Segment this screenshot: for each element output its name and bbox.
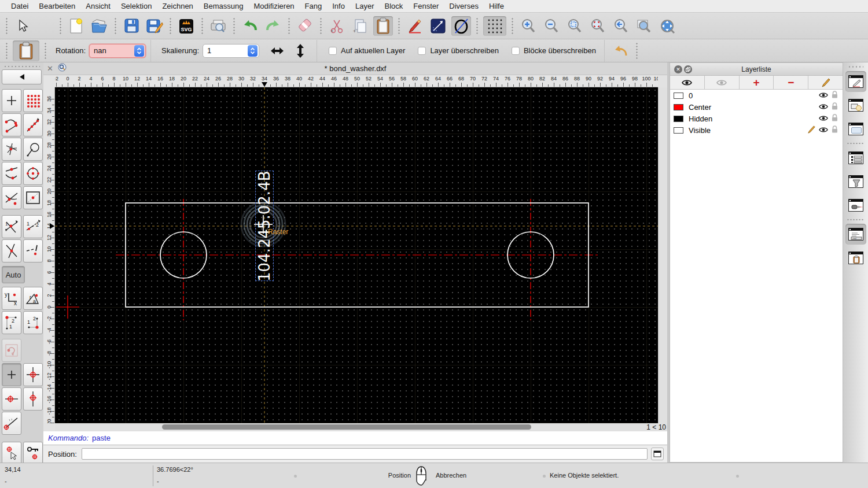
- svg-export-icon[interactable]: SVG: [176, 16, 196, 36]
- set-relative-zero-icon[interactable]: [2, 442, 21, 465]
- toolbar-handle[interactable]: [59, 17, 62, 35]
- snap-exclusive-icon[interactable]: [23, 239, 43, 263]
- snap-grid-icon[interactable]: [23, 89, 43, 112]
- checkbox-box[interactable]: [512, 47, 520, 55]
- layer-lock-icon[interactable]: [832, 102, 838, 112]
- snap-middle-icon[interactable]: [2, 162, 21, 185]
- cut-icon[interactable]: +: [327, 16, 347, 36]
- restrict-orthogonal-icon[interactable]: [23, 363, 43, 386]
- copy-icon[interactable]: +: [350, 16, 370, 36]
- selection-arrow-icon[interactable]: [13, 16, 32, 36]
- menu-bemassung[interactable]: Bemassung: [198, 0, 249, 13]
- layer-lock-icon[interactable]: [832, 91, 838, 100]
- toolbar-handle[interactable]: [44, 42, 47, 60]
- flip-horizontal-icon[interactable]: [267, 41, 287, 61]
- layer-visibility-icon[interactable]: [819, 91, 828, 100]
- palette-handle[interactable]: [3, 65, 40, 68]
- coordinate-cartesian-icon[interactable]: yx: [2, 287, 21, 310]
- layer-visibility-icon[interactable]: [819, 114, 828, 123]
- toolbar-handle[interactable]: [169, 17, 172, 35]
- layer-lock-icon[interactable]: [832, 125, 838, 135]
- coordinate-polar-icon[interactable]: ra: [23, 287, 43, 310]
- snap-on-entity-icon[interactable]: [23, 113, 43, 136]
- horizontal-scrollbar[interactable]: 1 < 10: [55, 423, 667, 431]
- checkbox-box[interactable]: [329, 47, 337, 55]
- lock-relative-zero-icon[interactable]: [23, 442, 43, 465]
- command-window-button[interactable]: [651, 448, 664, 460]
- layer-row-visible[interactable]: Visible: [670, 124, 843, 136]
- add-layer-icon[interactable]: +: [740, 76, 774, 89]
- dock-command-widget-icon[interactable]: cmd: [845, 224, 866, 245]
- layer-row-0[interactable]: 0: [670, 90, 843, 101]
- layer-color-swatch[interactable]: [674, 127, 683, 134]
- zoom-previous-icon[interactable]: [611, 16, 631, 36]
- zoom-out-icon[interactable]: [542, 16, 561, 36]
- checkbox-auf-aktuellen-layer[interactable]: Auf aktuellen Layer: [329, 46, 405, 55]
- rotation-combobox[interactable]: nan: [89, 44, 146, 58]
- restrict-nothing-icon[interactable]: [2, 239, 21, 263]
- paste-tool-button[interactable]: [13, 40, 39, 61]
- hide-all-layers-icon[interactable]: [705, 76, 740, 89]
- toolbar-handle[interactable]: [319, 17, 322, 35]
- command-history[interactable]: Kommando: paste: [43, 431, 667, 445]
- paste-icon[interactable]: [373, 16, 393, 36]
- toolbar-handle[interactable]: [398, 17, 400, 35]
- snap-perpendicular-icon[interactable]: [2, 138, 21, 161]
- checkbox-layer-berschreiben[interactable]: Layer überschreiben: [418, 46, 499, 55]
- grid-toggle-icon[interactable]: [483, 16, 506, 36]
- snap-auto-button[interactable]: Auto: [2, 266, 25, 283]
- stepper-icon[interactable]: [248, 45, 258, 57]
- stepper-icon[interactable]: [134, 45, 144, 57]
- dock-block-list-icon[interactable]: [845, 95, 866, 116]
- toolbar-handle[interactable]: [201, 17, 204, 35]
- pasted-text-selection[interactable]: 104.245.02.4B: [255, 171, 274, 281]
- flip-vertical-icon[interactable]: [290, 41, 310, 61]
- print-preview-icon[interactable]: [208, 16, 228, 36]
- snap-distance-icon[interactable]: [2, 186, 21, 209]
- layer-visibility-icon[interactable]: [819, 126, 828, 135]
- zoom-window-icon[interactable]: [634, 16, 654, 36]
- ellipse-icon[interactable]: [451, 16, 471, 36]
- open-document-icon[interactable]: [90, 16, 109, 36]
- remove-layer-icon[interactable]: −: [774, 76, 808, 89]
- dock-handle[interactable]: [848, 65, 863, 68]
- checkbox-bl-cke-berschreiben[interactable]: Blöcke überschreiben: [512, 46, 596, 55]
- snap-center-icon[interactable]: [23, 162, 43, 185]
- dock-library-browser-icon[interactable]: [845, 119, 866, 139]
- pan-icon[interactable]: [657, 16, 677, 36]
- menu-selektion[interactable]: Selektion: [116, 0, 157, 13]
- menu-zeichnen[interactable]: Zeichnen: [157, 0, 198, 13]
- layer-visibility-icon[interactable]: [819, 103, 828, 112]
- snap-tangent-icon[interactable]: [23, 138, 43, 161]
- restrict-horizontal-icon[interactable]: [2, 387, 21, 411]
- snap-intersection-manual-icon[interactable]: 12: [23, 215, 43, 238]
- new-document-icon[interactable]: [67, 16, 86, 36]
- dock-pen-palette-icon[interactable]: [845, 195, 866, 216]
- checkbox-box[interactable]: [418, 47, 426, 55]
- toolbar-handle[interactable]: [476, 17, 479, 35]
- reference-point-21-icon[interactable]: 12: [23, 311, 43, 334]
- menu-ansicht[interactable]: Ansicht: [80, 0, 116, 13]
- menu-fang[interactable]: Fang: [300, 0, 328, 13]
- menu-layer[interactable]: Layer: [350, 0, 380, 13]
- toolbar-handle[interactable]: [114, 17, 117, 35]
- menu-block[interactable]: Block: [379, 0, 408, 13]
- layer-row-hidden[interactable]: Hidden: [670, 113, 843, 124]
- horizontal-scrollbar-thumb[interactable]: [162, 424, 531, 430]
- zoom-selection-icon[interactable]: [588, 16, 608, 36]
- eraser-icon[interactable]: [295, 16, 315, 36]
- back-icon[interactable]: [611, 41, 631, 61]
- layer-color-swatch[interactable]: [674, 93, 683, 99]
- layer-color-swatch[interactable]: [674, 104, 683, 110]
- drawing-canvas[interactable]: 104.245.02.4B Raster: [55, 87, 658, 423]
- save-icon[interactable]: [122, 16, 141, 36]
- menu-datei[interactable]: Datei: [6, 0, 34, 13]
- snap-endpoint-icon[interactable]: [2, 113, 21, 136]
- menu-info[interactable]: Info: [327, 0, 350, 13]
- reference-point-12-icon[interactable]: 12: [2, 311, 21, 334]
- menu-fenster[interactable]: Fenster: [408, 0, 444, 13]
- save-as-icon[interactable]: [145, 16, 164, 36]
- snap-intersection-icon[interactable]: 1: [2, 215, 21, 238]
- dock-entity-list-icon[interactable]: [845, 147, 866, 168]
- menu-bearbeiten[interactable]: Bearbeiten: [34, 0, 80, 13]
